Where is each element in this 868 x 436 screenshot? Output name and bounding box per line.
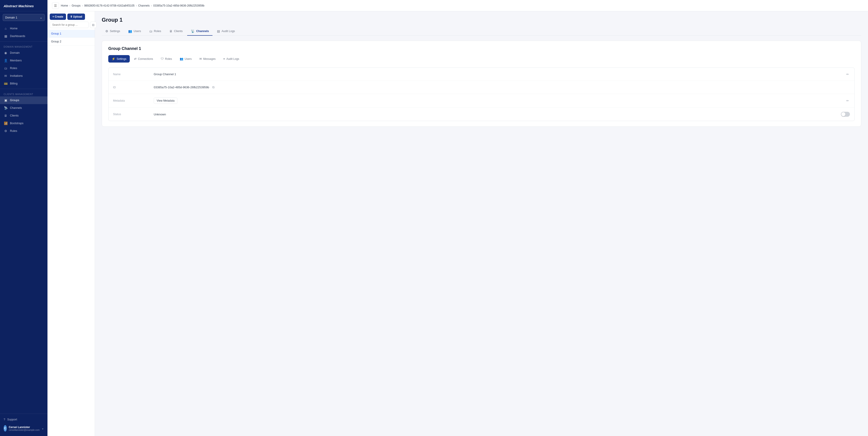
channel-tab-messages-label: Messages <box>203 57 216 61</box>
home-icon: ⌂ <box>4 27 8 30</box>
rules-icon: ⚙ <box>4 129 8 133</box>
group-item-group2[interactable]: Group 2 <box>48 38 95 45</box>
sidebar-item-groups[interactable]: ▣ Groups <box>0 96 48 104</box>
support-icon: ? <box>4 418 5 421</box>
group-item-label: Group 2 <box>51 40 61 43</box>
sidebar-item-dashboards-label: Dashboards <box>10 35 25 38</box>
sidebar-item-billing[interactable]: 💳 Billing <box>0 80 48 88</box>
support-item[interactable]: ? Support <box>3 416 44 423</box>
channel-status: Unknown <box>154 113 166 116</box>
upload-button[interactable]: ⬆ Upload <box>67 13 85 20</box>
domain-management-section-label: Domain Management <box>0 43 48 49</box>
channel-tab-roles[interactable]: 🛡 Roles <box>157 55 176 63</box>
name-edit-button[interactable]: ✏ <box>845 72 850 77</box>
breadcrumb-groups[interactable]: Groups <box>72 4 81 7</box>
sidebar-item-dashboards[interactable]: ▦ Dashboards <box>0 32 48 40</box>
sidebar-item-members[interactable]: 👤 Members <box>0 57 48 64</box>
channel-tab-audit-logs[interactable]: ≡ Audit Logs <box>220 55 243 63</box>
sidebar: Abstract Machines Domain 1 ⌄ ⌂ Home ▦ Da… <box>0 0 48 436</box>
breadcrumb-channel-id: 03385a75-10a2-485d-9636-26fb2253959b <box>153 4 204 7</box>
channel-tab-users[interactable]: 👥 Users <box>176 55 195 63</box>
create-button[interactable]: + Create <box>50 13 66 20</box>
user-info: Cersei Lannister cerseillannister@exampl… <box>9 426 39 431</box>
channel-tab-messages[interactable]: ✉ Messages <box>196 55 219 63</box>
groups-icon: ▣ <box>4 98 8 102</box>
audit-logs-tab-icon: ▤ <box>217 29 220 33</box>
sidebar-item-home-label: Home <box>10 27 18 30</box>
clients-management-section-label: Clients Management <box>0 90 48 96</box>
sidebar-item-channels-label: Channels <box>10 106 22 109</box>
settings-row-id: ID 03385a75-10a2-485d-9636-26fb2253959b … <box>108 81 855 94</box>
tab-users[interactable]: 👥 Users <box>125 27 145 36</box>
status-toggle[interactable] <box>841 112 850 117</box>
group-item-group1[interactable]: Group 1 <box>48 30 95 38</box>
channel-card: Group Channel 1 ⚡ Settings ⇄ Connections… <box>102 41 861 127</box>
bootstraps-icon: 📶 <box>4 122 8 125</box>
topbar: ☰ Home › Groups › 989280f3-8176-4142-970… <box>48 0 868 11</box>
channel-id: 03385a75-10a2-485d-9636-26fb2253959b <box>154 86 209 89</box>
main-area: ☰ Home › Groups › 989280f3-8176-4142-970… <box>48 0 868 436</box>
members-icon: 👤 <box>4 59 8 62</box>
roles-tab-icon: 🗂 <box>149 29 152 33</box>
tab-clients-label: Clients <box>174 30 183 33</box>
tab-channels[interactable]: 📡 Channels <box>187 27 213 36</box>
page-content: Group 1 ⚙ Settings 👥 Users 🗂 Roles 🖥 Cl <box>95 11 868 436</box>
user-profile[interactable]: C Cersei Lannister cerseillannister@exam… <box>3 423 44 433</box>
tab-clients[interactable]: 🖥 Clients <box>166 27 186 36</box>
domain-selector[interactable]: Domain 1 ⌄ <box>3 14 45 21</box>
sidebar-footer: ? Support C Cersei Lannister cerseillann… <box>0 414 48 436</box>
breadcrumb-sep-3: › <box>136 4 137 7</box>
channel-tabs: ⚡ Settings ⇄ Connections 🛡 Roles 👥 Users <box>108 55 855 63</box>
user-name: Cersei Lannister <box>9 426 39 429</box>
user-email: cerseillannister@example.com <box>9 429 39 431</box>
tab-roles[interactable]: 🗂 Roles <box>146 27 165 36</box>
view-metadata-button[interactable]: View Metadata <box>154 98 178 104</box>
channel-tab-roles-label: Roles <box>165 57 172 61</box>
sidebar-item-roles-label: Roles <box>10 67 17 70</box>
app-logo: Abstract Machines <box>0 0 48 11</box>
channel-name: Group Channel 1 <box>154 72 176 76</box>
invitations-icon: ✉ <box>4 74 8 78</box>
channel-tab-connections[interactable]: ⇄ Connections <box>131 55 156 63</box>
breadcrumb-group-id[interactable]: 989280f3-8176-4142-9708-4162a84f3105 <box>84 4 134 7</box>
sidebar-item-bootstraps[interactable]: 📶 Bootstraps <box>0 120 48 127</box>
sidebar-item-rules-label: Rules <box>10 129 17 133</box>
billing-icon: 💳 <box>4 82 8 86</box>
sidebar-item-members-label: Members <box>10 59 22 62</box>
sidebar-item-domain[interactable]: ◉ Domain <box>0 49 48 57</box>
settings-status-value: Unknown <box>154 113 841 116</box>
breadcrumb-channels[interactable]: Channels <box>138 4 150 7</box>
breadcrumb-home[interactable]: Home <box>61 4 68 7</box>
search-input[interactable] <box>50 22 89 28</box>
content-area: + Create ⬆ Upload ⊟ Group 1 Group 2 Grou… <box>48 11 868 436</box>
copy-id-button[interactable]: ⧉ <box>211 85 215 90</box>
settings-table: Name Group Channel 1 ✏ ID 03385a75-10a2-… <box>108 68 855 121</box>
tab-settings[interactable]: ⚙ Settings <box>102 27 124 36</box>
sidebar-item-rules[interactable]: ⚙ Rules <box>0 127 48 135</box>
domain-selected-label: Domain 1 <box>5 16 18 19</box>
roles-icon: 🗂 <box>4 66 8 70</box>
channels-icon: 📡 <box>4 106 8 110</box>
breadcrumb-sep-4: › <box>151 4 152 7</box>
metadata-edit-button[interactable]: ✏ <box>845 98 850 103</box>
sidebar-item-roles[interactable]: 🗂 Roles <box>0 64 48 72</box>
settings-id-value: 03385a75-10a2-485d-9636-26fb2253959b ⧉ <box>154 85 850 90</box>
user-avatar: C <box>4 425 7 432</box>
channel-tab-settings-label: Settings <box>117 57 126 61</box>
tab-audit-logs[interactable]: ▤ Audit Logs <box>213 27 239 36</box>
sidebar-item-clients[interactable]: 🖥 Clients <box>0 112 48 120</box>
sidebar-toggle-button[interactable]: ☰ <box>52 2 59 9</box>
tab-roles-label: Roles <box>154 30 161 33</box>
groups-panel: + Create ⬆ Upload ⊟ Group 1 Group 2 <box>48 11 95 436</box>
channel-tab-settings[interactable]: ⚡ Settings <box>108 55 130 63</box>
sidebar-item-home[interactable]: ⌂ Home <box>0 25 48 32</box>
breadcrumb-sep-1: › <box>69 4 70 7</box>
sidebar-item-channels[interactable]: 📡 Channels <box>0 104 48 112</box>
sidebar-item-invitations[interactable]: ✉ Invitations <box>0 72 48 80</box>
channel-card-title: Group Channel 1 <box>108 46 855 51</box>
settings-row-status: Status Unknown <box>108 108 855 121</box>
sidebar-item-groups-label: Groups <box>10 99 19 102</box>
tab-settings-label: Settings <box>110 30 120 33</box>
settings-name-label: Name <box>113 73 154 76</box>
channel-tab-connections-label: Connections <box>138 57 153 61</box>
